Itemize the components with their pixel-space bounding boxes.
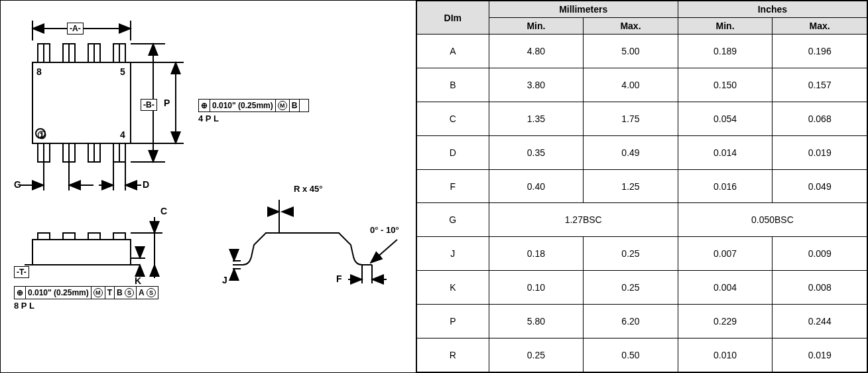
dim-label-F: F	[336, 273, 342, 284]
table-cell: B	[417, 68, 489, 102]
table-cell: 0.007	[678, 237, 773, 271]
table-cell: 0.50	[584, 338, 678, 372]
table-row: B3.804.000.1500.157	[417, 68, 867, 102]
table-cell: R	[417, 338, 489, 372]
fcf-datum-B: B S	[115, 287, 137, 299]
fcf-datum-B: B	[290, 100, 300, 112]
table-cell: 5.00	[584, 35, 678, 68]
table-cell: 0.150	[678, 68, 773, 102]
mechanical-drawing: -A- -B- -T- P G D C K J F R x 45° 0° - 1…	[1, 1, 416, 372]
fcf-tol: 0.010" (0.25mm)	[26, 287, 92, 299]
fcf-top: ⊕ 0.010" (0.25mm) M B	[198, 99, 309, 112]
table-row: K0.100.250.0040.008	[417, 271, 867, 305]
table-cell: 0.050BSC	[678, 203, 867, 237]
table-cell: 0.009	[773, 237, 867, 271]
dim-label-K: K	[135, 275, 141, 286]
table-cell: P	[417, 305, 489, 338]
datum-T: -T-	[14, 266, 29, 278]
table-cell: 0.40	[489, 169, 584, 203]
svg-rect-0	[32, 62, 131, 143]
col-mm-min: Min.	[489, 18, 584, 35]
fcf-mod-M: M	[92, 287, 105, 299]
datum-B: -B-	[141, 99, 157, 111]
table-cell: 0.014	[678, 135, 773, 169]
table-cell: 0.229	[678, 305, 773, 338]
table-cell: 0.019	[773, 135, 867, 169]
pin-1-marker: ①	[37, 129, 46, 141]
table-cell: 6.20	[584, 305, 678, 338]
table-cell: 0.010	[678, 338, 773, 372]
table-row: D0.350.490.0140.019	[417, 135, 867, 169]
col-in: Inches	[678, 1, 867, 18]
table-cell: 4.00	[584, 68, 678, 102]
fcf-bottom: ⊕ 0.010" (0.25mm) M T B S A S	[14, 286, 158, 299]
table-row: G1.27BSC0.050BSC	[417, 203, 867, 237]
table-cell: F	[417, 169, 489, 203]
dimensions-table: DIm Millimeters Inches Min. Max. Min. Ma…	[416, 1, 867, 372]
table-cell: 0.10	[489, 271, 584, 305]
table-cell: A	[417, 35, 489, 68]
dimensions-pane: DIm Millimeters Inches Min. Max. Min. Ma…	[416, 1, 867, 372]
table-cell: 0.054	[678, 102, 773, 135]
table-row: P5.806.200.2290.244	[417, 305, 867, 338]
table-cell: 0.35	[489, 135, 584, 169]
table-cell: 0.49	[584, 135, 678, 169]
pl-4: 4 P L	[198, 113, 219, 123]
page-frame: -A- -B- -T- P G D C K J F R x 45° 0° - 1…	[0, 0, 868, 373]
table-row: F0.401.250.0160.049	[417, 169, 867, 203]
dim-label-D: D	[143, 179, 149, 190]
pin-5: 5	[120, 66, 125, 77]
table-cell: J	[417, 237, 489, 271]
pin-8: 8	[36, 66, 42, 77]
table-row: R0.250.500.0100.019	[417, 338, 867, 372]
gdt-position-icon: ⊕	[15, 287, 26, 299]
table-cell: 1.35	[489, 102, 584, 135]
table-cell: 0.18	[489, 237, 584, 271]
fcf-datum-A: A S	[137, 287, 158, 299]
table-cell: 0.049	[773, 169, 867, 203]
col-dim: DIm	[417, 1, 489, 35]
table-cell: K	[417, 271, 489, 305]
pin-4: 4	[120, 129, 125, 140]
drawing-svg	[1, 1, 416, 372]
table-cell: 0.25	[584, 271, 678, 305]
table-cell: D	[417, 135, 489, 169]
fcf-datum-T: T	[105, 287, 115, 299]
table-cell: 1.25	[584, 169, 678, 203]
pl-8: 8 P L	[14, 301, 34, 311]
table-cell: G	[417, 203, 489, 237]
dim-label-P: P	[164, 98, 170, 108]
col-mm: Millimeters	[489, 1, 678, 18]
table-cell: 1.27BSC	[489, 203, 678, 237]
table-cell: 0.008	[773, 271, 867, 305]
table-cell: 0.25	[584, 237, 678, 271]
table-cell: 5.80	[489, 305, 584, 338]
fcf-empty	[300, 100, 308, 112]
table-cell: 3.80	[489, 68, 584, 102]
col-mm-max: Max.	[584, 18, 678, 35]
table-cell: 0.196	[773, 35, 867, 68]
dim-label-G: G	[14, 179, 21, 190]
table-cell: 0.016	[678, 169, 773, 203]
dim-label-angle: 0° - 10°	[370, 225, 399, 235]
table-cell: 0.019	[773, 338, 867, 372]
svg-line-55	[371, 240, 397, 263]
table-row: J0.180.250.0070.009	[417, 237, 867, 271]
table-row: A4.805.000.1890.196	[417, 35, 867, 68]
table-cell: 0.068	[773, 102, 867, 135]
col-in-max: Max.	[773, 18, 867, 35]
dim-label-J: J	[222, 275, 227, 285]
table-cell: C	[417, 102, 489, 135]
table-row: C1.351.750.0540.068	[417, 102, 867, 135]
dim-label-R: R x 45°	[294, 184, 323, 194]
dim-label-C: C	[160, 206, 167, 216]
fcf-tol: 0.010" (0.25mm)	[210, 100, 276, 112]
table-cell: 0.004	[678, 271, 773, 305]
table-cell: 1.75	[584, 102, 678, 135]
table-cell: 0.25	[489, 338, 584, 372]
gdt-position-icon: ⊕	[199, 100, 210, 112]
table-cell: 0.157	[773, 68, 867, 102]
col-in-min: Min.	[678, 18, 773, 35]
table-cell: 0.244	[773, 305, 867, 338]
fcf-mod-M: M	[276, 100, 290, 112]
